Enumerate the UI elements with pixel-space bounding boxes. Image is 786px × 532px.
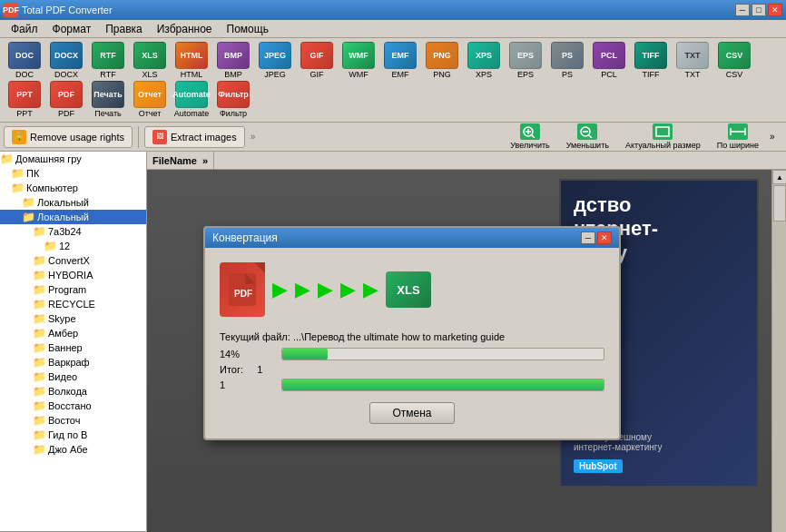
toolbar-icon-wmf[interactable]: WMF WMF: [339, 42, 378, 79]
modal-close[interactable]: ✕: [597, 232, 612, 244]
folder-icon: 📁: [11, 182, 25, 194]
tree-item-home[interactable]: 📁Домашняя гру: [0, 152, 146, 166]
toolbar-icon-jpeg[interactable]: JPEG JPEG: [255, 42, 295, 79]
app-title: Total PDF Converter: [22, 5, 113, 15]
tree-item-pc[interactable]: 📁ПК: [0, 166, 146, 181]
icon-box-pcl: PCL: [593, 42, 625, 69]
icon-box-html: HTML: [175, 42, 208, 69]
folder-icon: 📁: [33, 443, 46, 456]
lock-icon: 🔒: [12, 130, 26, 144]
tree-item-amber[interactable]: 📁Амбер: [0, 326, 146, 340]
tree-item-recycle[interactable]: 📁RECYCLE: [0, 297, 146, 311]
progress-bar: [281, 348, 604, 360]
folder-icon: 📁: [33, 429, 46, 441]
menu-edit[interactable]: Правка: [98, 21, 150, 37]
folder-icon: 📁: [33, 399, 46, 412]
close-button[interactable]: ✕: [768, 4, 782, 16]
toolbar-icon-report[interactable]: Отчет Отчет: [130, 81, 170, 118]
menu-file[interactable]: Файл: [4, 21, 45, 37]
tree-item-7a3b24[interactable]: 📁7a3b24: [0, 224, 146, 239]
tree-item-skype[interactable]: 📁Skype: [0, 311, 146, 326]
tree-item-video[interactable]: 📁Видео: [0, 369, 146, 384]
tree-item-local1[interactable]: 📁Локальный: [0, 195, 146, 210]
toolbar-icon-filter[interactable]: Фильтр Фильтр: [213, 81, 253, 118]
modal-body: PDF ▶ ▶ ▶ ▶ ▶ XLS: [205, 248, 619, 438]
toolbar-icon-print[interactable]: Печать Печать: [88, 81, 128, 118]
tree-item-program[interactable]: 📁Program: [0, 282, 146, 297]
minimize-button[interactable]: ─: [735, 4, 750, 16]
toolbar-icon-ppt[interactable]: PPT PPT: [5, 81, 44, 118]
menu-format[interactable]: Формат: [45, 21, 99, 37]
preview-area: дствонтернет-тингу Ключ к успешномуинтер…: [147, 170, 786, 532]
icon-box-bmp: BMP: [217, 42, 250, 69]
icon-box-xls: XLS: [133, 42, 166, 69]
view-expand-icon[interactable]: »: [770, 132, 782, 142]
current-file-info: Текущий файл: ...\Перевод the ultimate h…: [220, 331, 604, 342]
remove-usage-rights-button[interactable]: 🔒 Remove usage rights: [4, 126, 133, 148]
fit-width-button[interactable]: По ширине: [712, 122, 764, 152]
toolbar2-expand[interactable]: »: [251, 132, 269, 142]
maximize-button[interactable]: □: [752, 4, 766, 16]
toolbar-icon-csv[interactable]: CSV CSV: [714, 42, 754, 79]
tree-item-num12[interactable]: 📁12: [0, 239, 146, 253]
folder-icon: 📁: [33, 269, 46, 281]
toolbar-icon-tiff[interactable]: TIFF TIFF: [631, 42, 671, 79]
arrow1: ▶: [272, 278, 288, 301]
toolbar-icon-bmp[interactable]: BMP BMP: [213, 42, 253, 79]
conversion-dialog: Конвертация ─ ✕ PDF: [203, 226, 621, 440]
arrow5: ▶: [363, 278, 378, 301]
toolbar-icon-ps[interactable]: PS PS: [547, 42, 587, 79]
arrow4: ▶: [340, 278, 356, 301]
tree-item-vostano[interactable]: 📁Восстано: [0, 399, 146, 413]
tree-item-convertx[interactable]: 📁ConvertX: [0, 253, 146, 268]
menu-help[interactable]: Помощь: [220, 21, 276, 37]
file-tree: 📁Домашняя гру📁ПК📁Компьютер📁Локальный📁Лок…: [0, 152, 147, 531]
toolbar-icon-xls[interactable]: XLS XLS: [130, 42, 170, 79]
icon-box-wmf: WMF: [342, 42, 375, 69]
cancel-button[interactable]: Отмена: [369, 402, 454, 424]
icon-box-txt: TXT: [676, 42, 709, 69]
toolbar-icon-docx[interactable]: DOCX DOCX: [46, 42, 86, 79]
svg-line-5: [589, 135, 593, 139]
toolbar-icon-rtf[interactable]: RTF RTF: [88, 42, 128, 79]
actual-size-button[interactable]: Актуальный размер: [620, 122, 706, 152]
folder-icon: 📁: [33, 385, 46, 398]
toolbar-icon-eps[interactable]: EPS EPS: [506, 42, 545, 79]
zoom-in-button[interactable]: Увеличить: [505, 122, 555, 152]
toolbar-icon-xps[interactable]: XPS XPS: [464, 42, 504, 79]
zoom-out-button[interactable]: Уменьшить: [561, 122, 614, 152]
tree-item-gidvob[interactable]: 📁Гид по В: [0, 428, 146, 442]
tree-item-djoabe[interactable]: 📁Джо Абе: [0, 442, 146, 457]
toolbar-icon-emf[interactable]: EMF EMF: [380, 42, 420, 79]
content-body: 📁Домашняя гру📁ПК📁Компьютер📁Локальный📁Лок…: [0, 152, 786, 532]
tree-item-computer[interactable]: 📁Компьютер: [0, 181, 146, 195]
toolbar-icon-html[interactable]: HTML HTML: [172, 42, 211, 79]
tree-item-volkoda[interactable]: 📁Волкода: [0, 384, 146, 399]
pdf-source-icon: PDF: [220, 262, 265, 317]
tree-item-vostoch[interactable]: 📁Восточ: [0, 413, 146, 428]
modal-minimize[interactable]: ─: [581, 232, 595, 244]
icon-box-eps: EPS: [509, 42, 542, 69]
column-expand[interactable]: »: [202, 155, 208, 166]
icon-box-report: Отчет: [133, 81, 166, 108]
toolbar-icon-pdf[interactable]: PDF PDF: [46, 81, 86, 118]
folder-icon: 📁: [33, 370, 46, 383]
toolbar-icon-png[interactable]: PNG PNG: [422, 42, 462, 79]
toolbar-icon-pcl[interactable]: PCL PCL: [589, 42, 629, 79]
tree-item-varcraf[interactable]: 📁Варкраф: [0, 355, 146, 369]
title-bar-buttons: ─ □ ✕: [735, 4, 782, 16]
toolbar-icon-gif[interactable]: GIF GIF: [297, 42, 337, 79]
toolbar-icon-automate[interactable]: Automate Automate: [172, 81, 211, 118]
icon-box-emf: EMF: [384, 42, 417, 69]
icon-box-ppt: PPT: [8, 81, 41, 108]
tree-item-local2[interactable]: 📁Локальный: [0, 210, 146, 224]
toolbar-icon-txt[interactable]: TXT TXT: [673, 42, 712, 79]
tree-item-hyboria[interactable]: 📁HYBORIA: [0, 268, 146, 282]
progress-pct-label: 14%: [220, 349, 274, 360]
menu-favorites[interactable]: Избранное: [150, 21, 220, 37]
modal-title-bar: Конвертация ─ ✕: [205, 228, 619, 248]
toolbar-icon-doc[interactable]: DOC DOC: [5, 42, 44, 79]
items-label: 1: [220, 379, 274, 390]
tree-item-banner[interactable]: 📁Баннер: [0, 340, 146, 355]
extract-images-button[interactable]: 🖼 Extract images: [144, 126, 245, 148]
